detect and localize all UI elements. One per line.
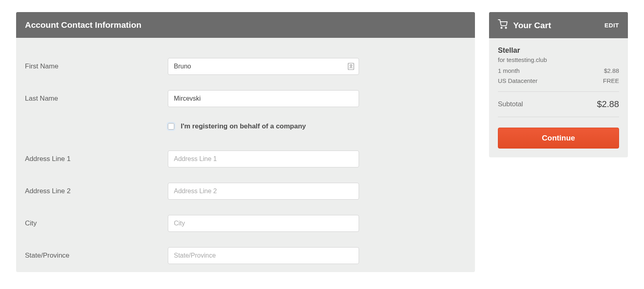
city-label: City — [25, 219, 168, 227]
cart-line-value: FREE — [603, 77, 619, 84]
last-name-row: Last Name — [25, 90, 466, 107]
cart-product-name: Stellar — [498, 46, 619, 55]
city-input[interactable] — [168, 215, 359, 232]
first-name-label: First Name — [25, 62, 168, 70]
state-row: State/Province — [25, 247, 466, 264]
company-checkbox-label: I'm registering on behalf of a company — [181, 122, 306, 130]
cart-title: Your Cart — [513, 21, 551, 30]
address1-row: Address Line 1 — [25, 151, 466, 167]
cart-line-value: $2.88 — [604, 67, 619, 74]
cart-for-domain: for testtesting.club — [498, 56, 619, 63]
first-name-input[interactable] — [168, 58, 359, 75]
city-row: City — [25, 215, 466, 232]
subtotal-label: Subtotal — [498, 100, 523, 108]
cart-line-label: US Datacenter — [498, 77, 537, 84]
company-checkbox-row: I'm registering on behalf of a company — [168, 122, 466, 130]
cart-line-item: 1 month $2.88 — [498, 67, 619, 74]
divider — [498, 117, 619, 117]
svg-point-2 — [501, 27, 502, 29]
state-label: State/Province — [25, 252, 168, 260]
cart-panel: Your Cart EDIT Stellar for testtesting.c… — [489, 12, 628, 157]
state-input[interactable] — [168, 247, 359, 264]
cart-line-label: 1 month — [498, 67, 520, 74]
svg-point-3 — [506, 27, 507, 29]
first-name-row: First Name — [25, 58, 466, 75]
address1-label: Address Line 1 — [25, 155, 168, 163]
last-name-label: Last Name — [25, 95, 168, 103]
account-contact-panel: Account Contact Information First Name — [16, 12, 475, 272]
cart-line-item: US Datacenter FREE — [498, 77, 619, 84]
panel-title: Account Contact Information — [16, 12, 475, 38]
address2-label: Address Line 2 — [25, 187, 168, 195]
divider — [498, 91, 619, 92]
address2-row: Address Line 2 — [25, 183, 466, 200]
last-name-input[interactable] — [168, 90, 359, 107]
company-checkbox[interactable] — [168, 123, 174, 130]
address1-input[interactable] — [168, 151, 359, 167]
subtotal-value: $2.88 — [597, 99, 619, 109]
cart-edit-link[interactable]: EDIT — [605, 22, 619, 29]
address2-input[interactable] — [168, 183, 359, 200]
continue-button[interactable]: Continue — [498, 128, 619, 149]
cart-icon — [498, 19, 508, 31]
cart-subtotal: Subtotal $2.88 — [498, 99, 619, 109]
